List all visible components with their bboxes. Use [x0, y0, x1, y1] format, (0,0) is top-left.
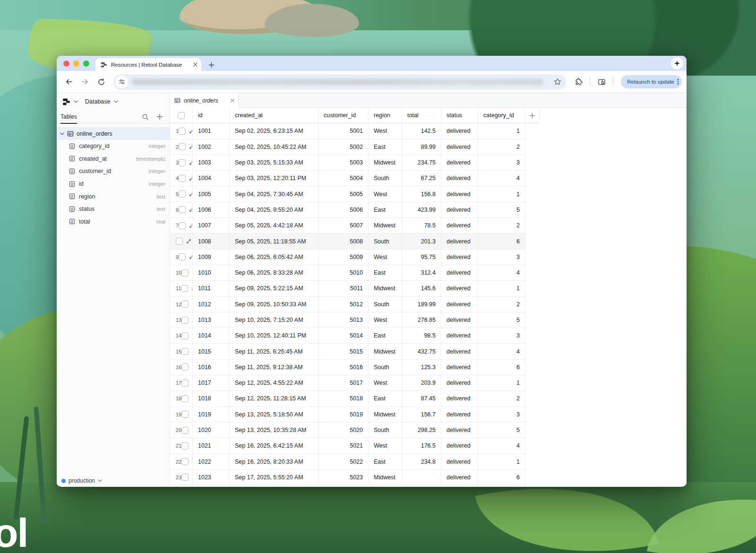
- cell-total[interactable]: 78.5: [402, 218, 441, 233]
- cell-region[interactable]: South: [369, 360, 402, 375]
- expand-row-icon[interactable]: [189, 176, 193, 181]
- row-number-cell[interactable]: 5: [170, 186, 193, 202]
- chevron-down-icon[interactable]: [114, 100, 118, 103]
- cell-created-at[interactable]: Sep 05, 2025, 11:18:55 AM: [230, 233, 318, 249]
- expand-row-icon[interactable]: [189, 254, 193, 259]
- table-row[interactable]: 15 1015 Sep 11, 2025, 6:25:45 AM 5015 Mi…: [170, 344, 540, 359]
- chevron-down-icon[interactable]: [60, 132, 64, 135]
- cell-created-at[interactable]: Sep 10, 2025, 12:40:11 PM: [230, 328, 318, 344]
- cell-total[interactable]: 67.25: [402, 171, 441, 186]
- cell-created-at[interactable]: Sep 16, 2025, 6:42:15 AM: [230, 438, 318, 454]
- cell-created-at[interactable]: Sep 10, 2025, 7:15:20 AM: [230, 312, 318, 328]
- schema-column-item[interactable]: customer_id integer: [57, 165, 170, 178]
- row-hover-controls[interactable]: [181, 474, 193, 481]
- schema-column-item[interactable]: category_id integer: [57, 140, 170, 153]
- cell-total[interactable]: 234.75: [402, 155, 441, 171]
- cell-status[interactable]: delivered: [441, 250, 478, 265]
- cell-category-id[interactable]: 4: [478, 171, 525, 186]
- cell-customer-id[interactable]: 5010: [318, 265, 369, 281]
- header-id[interactable]: id: [193, 108, 230, 123]
- expand-row-icon[interactable]: [189, 129, 193, 134]
- row-hover-controls[interactable]: [179, 159, 193, 166]
- row-hover-controls[interactable]: [181, 348, 193, 355]
- cell-customer-id[interactable]: 5007: [318, 218, 369, 233]
- row-number-cell[interactable]: 18: [170, 391, 193, 406]
- table-row[interactable]: 4 1004 Sep 03, 2025, 12:20:11 PM 5004 So…: [170, 171, 540, 186]
- kebab-menu-icon[interactable]: [677, 78, 679, 85]
- cell-created-at[interactable]: Sep 05, 2025, 4:42:18 AM: [230, 218, 318, 233]
- cell-total[interactable]: 312.4: [402, 265, 441, 281]
- cell-customer-id[interactable]: 5016: [318, 360, 369, 375]
- cell-status[interactable]: delivered: [441, 139, 478, 155]
- table-row[interactable]: 5 1005 Sep 04, 2025, 7:30:45 AM 5005 Wes…: [170, 186, 540, 202]
- expand-row-icon[interactable]: [189, 144, 193, 149]
- row-checkbox[interactable]: [181, 363, 189, 371]
- cell-total[interactable]: [402, 470, 441, 485]
- cell-status[interactable]: delivered: [441, 171, 478, 186]
- schema-column-item[interactable]: total real: [57, 216, 170, 228]
- cell-category-id[interactable]: 1: [478, 281, 525, 296]
- cell-category-id[interactable]: 4: [478, 344, 525, 359]
- cell-status[interactable]: delivered: [441, 454, 478, 470]
- address-bar[interactable]: [113, 74, 566, 90]
- row-checkbox[interactable]: [181, 442, 189, 449]
- row-hover-controls[interactable]: [181, 380, 193, 387]
- cell-customer-id[interactable]: 5012: [318, 297, 369, 312]
- cell-id[interactable]: 1023: [193, 470, 230, 485]
- cell-region[interactable]: South: [369, 423, 402, 438]
- cell-status[interactable]: delivered: [441, 438, 478, 454]
- cell-status[interactable]: delivered: [441, 423, 478, 438]
- cell-status[interactable]: delivered: [441, 218, 478, 233]
- row-checkbox[interactable]: [179, 143, 186, 150]
- maximize-window-button[interactable]: [83, 60, 89, 67]
- row-number-cell[interactable]: 4: [170, 171, 193, 186]
- select-all-cell[interactable]: [170, 108, 193, 123]
- cell-region[interactable]: South: [369, 297, 402, 312]
- table-row[interactable]: 16 1016 Sep 11, 2025, 9:12:38 AM 5016 So…: [170, 360, 540, 375]
- tree-item-online-orders[interactable]: online_orders: [57, 127, 170, 140]
- new-tab-button[interactable]: [206, 60, 216, 70]
- cell-created-at[interactable]: Sep 03, 2025, 12:20:11 PM: [230, 171, 318, 186]
- cell-status[interactable]: delivered: [441, 328, 478, 344]
- cell-region[interactable]: West: [369, 123, 402, 139]
- row-hover-controls[interactable]: [181, 411, 193, 418]
- row-checkbox[interactable]: [181, 269, 189, 276]
- cell-customer-id[interactable]: 5013: [318, 312, 369, 328]
- cell-total[interactable]: 156.7: [402, 407, 441, 423]
- table-row[interactable]: 20 1020 Sep 13, 2025, 10:35:28 AM 5020 S…: [170, 423, 540, 438]
- cell-category-id[interactable]: 1: [478, 123, 525, 139]
- row-number-cell[interactable]: 21: [170, 438, 193, 454]
- cell-region[interactable]: South: [369, 233, 402, 249]
- cell-region[interactable]: South: [369, 171, 402, 186]
- expand-row-icon[interactable]: [189, 207, 193, 212]
- cell-region[interactable]: Midwest: [369, 407, 402, 423]
- close-tab-icon[interactable]: [193, 62, 198, 67]
- cell-customer-id[interactable]: 5021: [318, 438, 369, 454]
- row-number-cell[interactable]: 19: [170, 407, 193, 423]
- row-number-cell[interactable]: 20: [170, 423, 193, 438]
- cell-customer-id[interactable]: 5019: [318, 407, 369, 423]
- cell-id[interactable]: 1020: [193, 423, 230, 438]
- schema-column-item[interactable]: id integer: [57, 178, 170, 190]
- cell-status[interactable]: delivered: [441, 202, 478, 218]
- cell-customer-id[interactable]: 5001: [318, 123, 369, 139]
- cell-total[interactable]: 189.99: [402, 297, 441, 312]
- cell-created-at[interactable]: Sep 09, 2025, 10:50:33 AM: [230, 297, 318, 312]
- cell-category-id[interactable]: 6: [478, 360, 525, 375]
- cell-region[interactable]: East: [369, 328, 402, 344]
- cell-created-at[interactable]: Sep 12, 2025, 4:55:22 AM: [230, 375, 318, 391]
- cell-status[interactable]: delivered: [441, 344, 478, 359]
- cell-region[interactable]: West: [369, 250, 402, 265]
- row-checkbox[interactable]: [179, 175, 186, 182]
- cell-id[interactable]: 1002: [193, 139, 230, 155]
- row-number-cell[interactable]: 14: [170, 328, 193, 344]
- cell-customer-id[interactable]: 5020: [318, 423, 369, 438]
- cell-status[interactable]: delivered: [441, 297, 478, 312]
- cell-category-id[interactable]: 1: [478, 186, 525, 202]
- cell-id[interactable]: 1012: [193, 297, 230, 312]
- row-number-cell[interactable]: 10: [170, 265, 193, 281]
- table-row[interactable]: 23 1023 Sep 17, 2025, 5:55:20 AM 5023 Mi…: [170, 470, 540, 485]
- cell-created-at[interactable]: Sep 02, 2025, 10:45:22 AM: [230, 139, 318, 155]
- site-settings-icon[interactable]: [115, 76, 128, 88]
- cell-status[interactable]: delivered: [441, 233, 478, 249]
